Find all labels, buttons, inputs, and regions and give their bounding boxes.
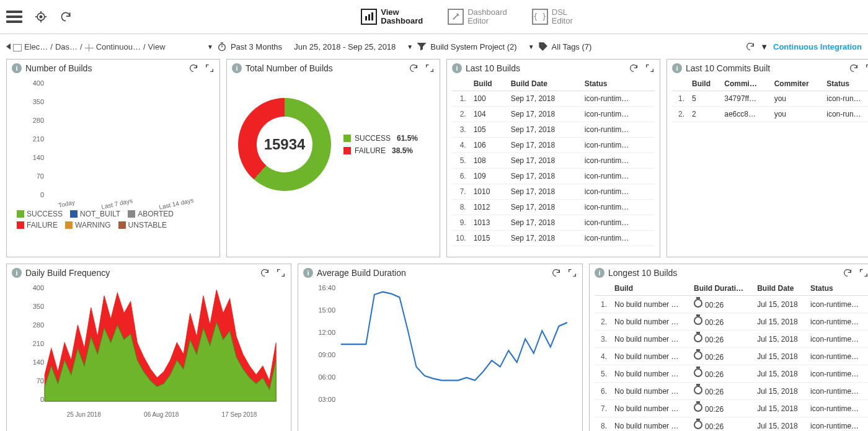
commits-table: BuildCommi…CommiterStatus1.534797ff…youi… xyxy=(672,77,868,122)
tag-icon xyxy=(538,42,548,51)
card-longest-builds: i Longest 10 Builds BuildBuild Durati…Bu… xyxy=(589,264,868,431)
card-title: Longest 10 Builds xyxy=(608,268,677,278)
table-row[interactable]: 2.No build number …00:26Jul 15, 2018icon… xyxy=(595,313,868,331)
table-row[interactable]: 4.No build number …00:26Jul 15, 2018icon… xyxy=(595,348,868,365)
refresh-icon[interactable] xyxy=(849,63,859,73)
info-icon[interactable]: i xyxy=(303,268,313,278)
expand-icon[interactable] xyxy=(567,268,577,278)
donut-total: 15934 xyxy=(238,98,331,191)
date-range-filter[interactable]: ▼ Past 3 Months Jun 25, 2018 - Sep 25, 2… xyxy=(207,42,396,51)
topbar: ViewDashboard DashboardEditor { } DSLEdi… xyxy=(0,0,868,34)
tab-dashboard-editor[interactable]: DashboardEditor xyxy=(448,8,507,25)
bar-chart: 400350280210140700TodayLast 7 daysLast 1… xyxy=(16,79,211,210)
svg-point-12 xyxy=(541,44,542,45)
expand-icon[interactable] xyxy=(865,63,868,73)
refresh-icon[interactable] xyxy=(745,42,755,51)
legend: SUCCESSNOT_BUILTABORTEDFAILUREWARNINGUNS… xyxy=(12,210,215,233)
card-last-10-builds: i Last 10 Builds BuildBuild DateStatus1.… xyxy=(446,59,660,257)
area-chart: 40035028021014070025 Jun 201806 Aug 2018… xyxy=(16,284,282,414)
refresh-icon[interactable] xyxy=(551,268,561,278)
donut-legend: SUCCESS 61.5%FAILURE 38.5% xyxy=(343,130,418,159)
table-row[interactable]: 8.1012Sep 17, 2018icon-runtim… xyxy=(452,200,655,215)
table-row[interactable]: 4.106Sep 17, 2018icon-runtim… xyxy=(452,138,655,153)
table-row[interactable]: 6.109Sep 17, 2018icon-runtim… xyxy=(452,169,655,184)
expand-icon[interactable] xyxy=(276,268,286,278)
svg-rect-6 xyxy=(365,16,367,20)
refresh-icon[interactable] xyxy=(188,63,198,73)
card-total-builds: i Total Number of Builds 15934 SUCCESS 6… xyxy=(226,59,440,257)
svg-rect-7 xyxy=(368,14,370,20)
donut-chart: 15934 xyxy=(238,98,331,191)
table-row[interactable]: 1.534797ff…youicon-run… xyxy=(672,91,868,107)
dropdown-icon[interactable]: ▼ xyxy=(760,42,768,51)
info-icon[interactable]: i xyxy=(232,63,242,73)
card-title: Daily Build Frequency xyxy=(25,268,110,278)
table-row[interactable]: 2.2ae6cc8…youicon-run… xyxy=(672,107,868,122)
line-chart: 16:4015:0012:0009:0006:0003:00 xyxy=(307,284,574,414)
refresh-icon[interactable] xyxy=(60,11,72,23)
funnel-icon xyxy=(417,42,427,51)
expand-icon[interactable] xyxy=(425,63,435,73)
refresh-icon[interactable] xyxy=(629,63,639,73)
svg-point-1 xyxy=(40,16,42,17)
table-row[interactable]: 3.105Sep 17, 2018icon-runtim… xyxy=(452,122,655,138)
card-number-of-builds: i Number of Builds 400350280210140700Tod… xyxy=(6,59,220,257)
expand-icon[interactable] xyxy=(859,268,868,278)
card-title: Last 10 Commits Built xyxy=(686,63,770,73)
card-avg-build-duration: i Average Build Duration 16:4015:0012:00… xyxy=(298,264,583,431)
target-icon[interactable] xyxy=(35,11,47,23)
table-row[interactable]: 1.No build number …00:26Jul 15, 2018icon… xyxy=(595,296,868,313)
project-filter[interactable]: ▼ Build System Project (2) xyxy=(407,42,516,51)
stopwatch-icon xyxy=(217,42,227,51)
refresh-icon[interactable] xyxy=(843,268,852,278)
ci-link[interactable]: Continuous Integration xyxy=(773,42,862,51)
card-title: Number of Builds xyxy=(25,63,92,73)
table-row[interactable]: 7.No build number …00:26Jul 15, 2018icon… xyxy=(595,400,868,417)
card-title: Average Build Duration xyxy=(317,268,406,278)
filter-bar: Elec…/ Das…/ Continuou…/ View ▼ Past 3 M… xyxy=(0,34,868,59)
table-row[interactable]: 1.100Sep 17, 2018icon-runtim… xyxy=(452,91,655,107)
info-icon[interactable]: i xyxy=(12,268,22,278)
table-row[interactable]: 6.No build number …00:26Jul 15, 2018icon… xyxy=(595,383,868,400)
table-row[interactable]: 10.1015Sep 17, 2018icon-runtim… xyxy=(452,231,655,246)
dashboard-icon xyxy=(85,44,94,51)
back-icon[interactable] xyxy=(6,43,11,50)
table-row[interactable]: 7.1010Sep 17, 2018icon-runtim… xyxy=(452,184,655,200)
topbar-tabs: ViewDashboard DashboardEditor { } DSLEdi… xyxy=(72,8,862,25)
info-icon[interactable]: i xyxy=(672,63,682,73)
refresh-icon[interactable] xyxy=(409,63,418,73)
info-icon[interactable]: i xyxy=(595,268,604,278)
tags-filter[interactable]: ▼ All Tags (7) xyxy=(528,42,592,51)
svg-rect-8 xyxy=(371,12,373,20)
menu-icon[interactable] xyxy=(6,11,22,23)
tab-dsl-editor[interactable]: { } DSLEditor xyxy=(532,8,573,25)
info-icon[interactable]: i xyxy=(12,63,22,73)
table-row[interactable]: 5.No build number …00:26Jul 15, 2018icon… xyxy=(595,365,868,383)
briefcase-icon xyxy=(13,44,22,51)
longest-table: BuildBuild Durati…Build DateStatus1.No b… xyxy=(595,282,868,431)
expand-icon[interactable] xyxy=(205,63,215,73)
card-title: Last 10 Builds xyxy=(466,63,520,73)
code-icon: { } xyxy=(532,9,548,25)
edit-icon xyxy=(448,9,464,25)
table-row[interactable]: 3.No build number …00:26Jul 15, 2018icon… xyxy=(595,331,868,348)
expand-icon[interactable] xyxy=(645,63,655,73)
table-row[interactable]: 2.104Sep 17, 2018icon-runtim… xyxy=(452,107,655,122)
bar-chart-icon xyxy=(361,9,377,25)
info-icon[interactable]: i xyxy=(452,63,462,73)
table-row[interactable]: 9.1013Sep 17, 2018icon-runtim… xyxy=(452,215,655,231)
tab-view-dashboard[interactable]: ViewDashboard xyxy=(361,8,423,25)
table-row[interactable]: 5.108Sep 17, 2018icon-runtim… xyxy=(452,153,655,169)
table-row[interactable]: 8.No build number …00:26Jul 15, 2018icon… xyxy=(595,417,868,432)
last-10-table: BuildBuild DateStatus1.100Sep 17, 2018ic… xyxy=(452,77,655,246)
breadcrumb[interactable]: Elec…/ Das…/ Continuou…/ View xyxy=(6,42,205,51)
refresh-icon[interactable] xyxy=(260,268,270,278)
card-last-commits: i Last 10 Commits Built BuildCommi…Commi… xyxy=(666,59,868,257)
card-title: Total Number of Builds xyxy=(246,63,333,73)
card-daily-build-frequency: i Daily Build Frequency 4003502802101407… xyxy=(6,264,291,431)
